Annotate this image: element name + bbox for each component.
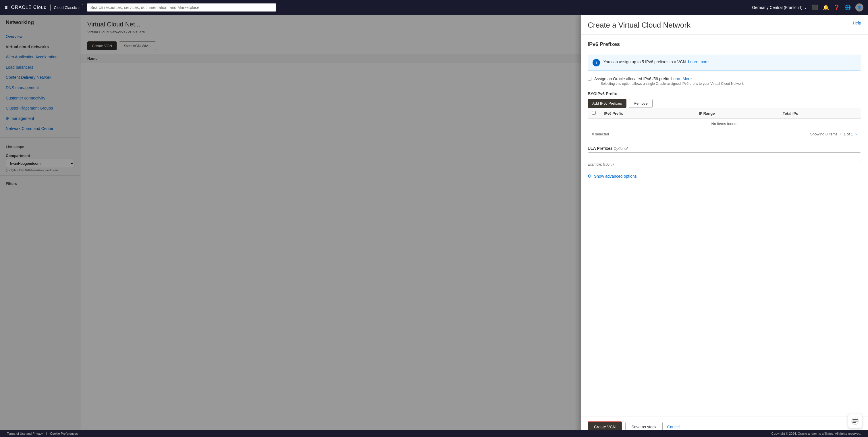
bell-icon[interactable]: 🔔	[823, 4, 829, 11]
prev-page-icon[interactable]: ‹	[840, 132, 841, 137]
ipv6-section-heading: IPv6 Prefixes	[588, 41, 861, 50]
create-vcn-modal: Create a Virtual Cloud Network Help IPv6…	[581, 15, 868, 437]
table-footer: 0 selected Showing 0 items ‹ 1 of 1 ›	[588, 129, 861, 139]
showing-label: Showing 0 items	[810, 132, 837, 136]
add-ipv6-prefixes-button[interactable]: Add IPv6 Prefixes	[588, 99, 626, 108]
page-footer: Terms of Use and Privacy | Cookie Prefer…	[0, 430, 868, 437]
region-selector[interactable]: Germany Central (Frankfurt) ⌄	[752, 5, 807, 10]
next-page-icon[interactable]: ›	[855, 132, 857, 137]
cloud-classic-button[interactable]: Cloud Classic ›	[50, 4, 84, 11]
no-items-row: No items found.	[588, 119, 861, 129]
footer-copyright: Copyright © 2024, Oracle and/or its affi…	[772, 432, 861, 435]
selected-count: 0 selected	[592, 132, 609, 136]
select-all-col	[588, 108, 600, 119]
byoipv6-actions: Add IPv6 Prefixes Remove	[588, 99, 861, 108]
globe-icon[interactable]: 🌐	[844, 4, 851, 11]
remove-button[interactable]: Remove	[629, 99, 652, 108]
ula-prefixes-input[interactable]	[588, 152, 861, 161]
oracle-ipv6-checkbox[interactable]	[588, 77, 591, 81]
ula-prefixes-label: ULA Prefixes Optional	[588, 146, 861, 151]
ula-optional-tag: Optional	[614, 146, 628, 151]
ipv6-info-box: i You can assign up to 5 IPv6 prefixes t…	[588, 55, 861, 71]
learn-more-link[interactable]: Learn more	[688, 59, 709, 64]
support-widget[interactable]	[848, 414, 862, 428]
ula-section: ULA Prefixes Optional Example: fc00::/7	[588, 146, 861, 167]
pagination: Showing 0 items ‹ 1 of 1 ›	[810, 132, 857, 137]
footer-links: Terms of Use and Privacy | Cookie Prefer…	[7, 432, 78, 435]
modal-body[interactable]: IPv6 Prefixes i You can assign up to 5 I…	[581, 34, 868, 416]
info-text: You can assign up to 5 IPv6 prefixes to …	[603, 59, 710, 65]
help-icon[interactable]: ❓	[834, 4, 840, 11]
modal-help-link[interactable]: Help	[853, 21, 861, 25]
oracle-ipv6-checkbox-label: Assign an Oracle allocated IPv6 /56 pref…	[594, 77, 744, 81]
top-navigation: ≡ ORACLE Cloud Cloud Classic › Germany C…	[0, 0, 868, 15]
oracle-logo: ORACLE Cloud	[11, 5, 47, 10]
oracle-ipv6-checkbox-row: Assign an Oracle allocated IPv6 /56 pref…	[588, 77, 861, 86]
advanced-options-section: ⚙ Show advanced options	[588, 173, 861, 179]
info-icon: i	[593, 59, 600, 66]
terminal-icon[interactable]: ⬛	[812, 4, 818, 11]
oracle-ipv6-checkbox-content: Assign an Oracle allocated IPv6 /56 pref…	[594, 77, 744, 86]
modal-title: Create a Virtual Cloud Network	[588, 21, 690, 30]
nav-right-section: Germany Central (Frankfurt) ⌄ ⬛ 🔔 ❓ 🌐 👤	[752, 3, 863, 11]
oracle-ipv6-checkbox-subtitle: Selecting this option allows a single Or…	[594, 82, 744, 86]
total-ips-col-header: Total IPs	[779, 108, 861, 119]
sliders-icon: ⚙	[588, 173, 592, 179]
svg-rect-1	[852, 419, 858, 420]
ip-range-col-header: IP Range	[695, 108, 779, 119]
ipv6-prefix-table: IPv6 Prefix IP Range Total IPs No items …	[588, 108, 861, 129]
terms-link[interactable]: Terms of Use and Privacy	[7, 432, 43, 435]
byoipv6-label: BYOIPv6 Prefix	[588, 91, 861, 96]
ula-example-text: Example: fc00::/7	[588, 163, 861, 167]
modal-overlay: Create a Virtual Cloud Network Help IPv6…	[0, 15, 868, 437]
svg-rect-2	[852, 420, 858, 421]
ipv6-prefix-col-header: IPv6 Prefix	[600, 108, 695, 119]
search-input[interactable]	[87, 3, 276, 11]
cookie-link[interactable]: Cookie Preferences	[50, 432, 78, 435]
svg-rect-3	[852, 422, 856, 423]
select-all-checkbox[interactable]	[592, 111, 596, 115]
no-items-text: No items found.	[588, 119, 861, 129]
hamburger-menu-icon[interactable]: ≡	[5, 5, 8, 11]
page-label: 1 of 1	[844, 132, 853, 136]
show-advanced-options-link[interactable]: ⚙ Show advanced options	[588, 173, 861, 179]
modal-header: Create a Virtual Cloud Network Help	[581, 15, 868, 34]
user-avatar[interactable]: 👤	[855, 3, 863, 11]
oracle-ipv6-learn-more-link[interactable]: Learn More	[671, 77, 692, 81]
